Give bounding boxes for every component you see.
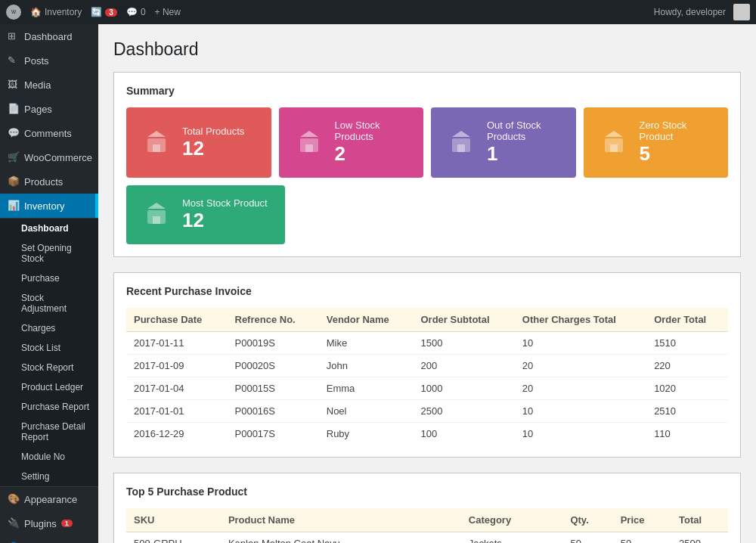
inventory-icon: 📊 xyxy=(8,200,20,212)
most-stock-value: 12 xyxy=(182,209,268,232)
table-row: 2017-01-01 P00016S Noel 2500 10 2510 xyxy=(126,400,728,423)
media-icon: 🖼 xyxy=(8,79,20,91)
sidebar-item-products[interactable]: 📦 Products xyxy=(0,169,98,194)
sidebar-subitem-set-opening-stock[interactable]: Set Opening Stock xyxy=(0,238,98,268)
sidebar-subitem-purchase[interactable]: Purchase xyxy=(0,268,98,288)
cell-ref: P00017S xyxy=(228,423,319,445)
cell-date: 2017-01-11 xyxy=(126,332,228,355)
sidebar-subitem-setting[interactable]: Setting xyxy=(0,467,98,486)
home-icon: 🏠 xyxy=(30,7,42,17)
svg-marker-12 xyxy=(605,131,623,137)
cell-total: 2500 xyxy=(671,532,728,543)
cell-charges: 20 xyxy=(515,377,646,400)
summary-title: Summary xyxy=(126,85,728,97)
zero-stock-label: Zero Stock Product xyxy=(640,119,714,142)
sidebar-item-inventory[interactable]: 📊 Inventory xyxy=(0,194,98,218)
sidebar-subitem-charges[interactable]: Charges xyxy=(0,318,98,338)
svg-rect-10 xyxy=(457,144,465,152)
top5-title: Top 5 Purchase Product xyxy=(126,486,728,498)
most-stock-icon xyxy=(141,200,172,230)
svg-marker-15 xyxy=(147,203,166,209)
sidebar-subitem-purchase-report[interactable]: Purchase Report xyxy=(0,397,98,417)
appearance-icon: 🎨 xyxy=(8,493,20,505)
new-item[interactable]: + New xyxy=(155,7,181,17)
wp-logo-item[interactable]: W xyxy=(6,5,21,20)
table-row: 509-GRPH Kaplan Melton Coat Navy Jackets… xyxy=(126,532,728,543)
sidebar-item-pages[interactable]: 📄 Pages xyxy=(0,97,98,121)
stat-card-most-stock[interactable]: Most Stock Product 12 xyxy=(126,185,285,244)
comments-item[interactable]: 💬 0 xyxy=(126,7,146,17)
cell-subtotal: 1000 xyxy=(414,377,515,400)
cell-ref: P00020S xyxy=(228,355,319,377)
updates-icon: 🔄 xyxy=(91,7,102,17)
top5-section: Top 5 Purchase Product SKU Product Name … xyxy=(113,473,741,543)
most-stock-label: Most Stock Product xyxy=(182,197,268,209)
plugins-badge: 1 xyxy=(61,520,73,527)
col-order-subtotal: Order Subtotal xyxy=(414,308,515,332)
sidebar-subitem-inv-dashboard[interactable]: Dashboard xyxy=(0,219,98,238)
cell-total: 1020 xyxy=(646,377,728,400)
zero-stock-value: 5 xyxy=(640,142,714,166)
col-price: Price xyxy=(613,508,671,532)
cell-subtotal: 100 xyxy=(414,423,515,445)
stat-card-zero-stock[interactable]: Zero Stock Product 5 xyxy=(584,107,729,178)
sidebar-subitem-stock-report[interactable]: Stock Report xyxy=(0,358,98,377)
stat-card-low-stock[interactable]: Low Stock Products 2 xyxy=(279,107,424,178)
summary-section: Summary Total Products 12 xyxy=(113,72,741,257)
sidebar-item-posts[interactable]: ✎ Posts xyxy=(0,48,98,73)
cell-total: 2510 xyxy=(646,400,728,423)
cell-charges: 10 xyxy=(515,400,646,423)
cell-date: 2016-12-29 xyxy=(126,423,228,445)
comments-icon: 💬 xyxy=(126,7,138,17)
top5-table: SKU Product Name Category Qty. Price Tot… xyxy=(126,508,728,543)
sidebar-item-dashboard[interactable]: ⊞ Dashboard xyxy=(0,24,98,48)
svg-marker-3 xyxy=(147,131,166,137)
cell-category: Jackets xyxy=(461,532,563,543)
main-content: Dashboard Summary Total Products 12 xyxy=(98,24,756,543)
cell-price: 50 xyxy=(613,532,671,543)
sidebar-subitem-product-ledger[interactable]: Product Ledger xyxy=(0,377,98,397)
updates-item[interactable]: 🔄 3 xyxy=(91,7,117,17)
top5-header-row: SKU Product Name Category Qty. Price Tot… xyxy=(126,508,728,532)
stat-card-total-products[interactable]: Total Products 12 xyxy=(126,107,271,178)
recent-purchase-table: Purchase Date Refrence No. Vendor Name O… xyxy=(126,308,728,445)
sidebar-subitem-module-no[interactable]: Module No xyxy=(0,447,98,467)
sidebar-item-woocommerce[interactable]: 🛒 WooCommerce xyxy=(0,145,98,169)
wp-logo-icon: W xyxy=(6,5,21,20)
sidebar-item-appearance[interactable]: 🎨 Appearance xyxy=(0,487,98,511)
pages-icon: 📄 xyxy=(8,103,20,115)
cell-charges: 20 xyxy=(515,355,646,377)
cell-vendor: Mike xyxy=(319,332,414,355)
col-order-total: Order Total xyxy=(646,308,728,332)
plugins-icon: 🔌 xyxy=(8,517,20,529)
sidebar-subitem-stock-list[interactable]: Stock List xyxy=(0,338,98,358)
posts-icon: ✎ xyxy=(8,54,20,67)
sidebar-item-users[interactable]: 👤 Users xyxy=(0,535,98,543)
cell-total: 110 xyxy=(646,423,728,445)
sidebar-item-comments[interactable]: 💬 Comments xyxy=(0,121,98,145)
dashboard-icon: ⊞ xyxy=(8,30,20,42)
cell-date: 2017-01-09 xyxy=(126,355,228,377)
sidebar-subitem-purchase-detail-report[interactable]: Purchase Detail Report xyxy=(0,417,98,447)
total-products-label: Total Products xyxy=(182,126,244,137)
sidebar-item-plugins[interactable]: 🔌 Plugins 1 xyxy=(0,511,98,535)
cell-vendor: Ruby xyxy=(319,423,414,445)
cell-qty: 50 xyxy=(562,532,612,543)
howdy-item: Howdy, developer xyxy=(654,4,750,20)
cell-ref: P00016S xyxy=(228,400,319,423)
total-products-icon xyxy=(141,128,172,158)
stat-card-out-of-stock[interactable]: Out of Stock Products 1 xyxy=(431,107,576,178)
recent-purchase-title: Recent Purchase Invoice xyxy=(126,285,728,297)
svg-marker-9 xyxy=(452,131,470,137)
site-name[interactable]: 🏠 Inventory xyxy=(30,7,82,17)
cell-subtotal: 2500 xyxy=(414,400,515,423)
sidebar: ⊞ Dashboard ✎ Posts 🖼 Media 📄 Pages 💬 Co… xyxy=(0,24,98,543)
sidebar-subitem-stock-adjustment[interactable]: Stock Adjustment xyxy=(0,288,98,318)
col-vendor-name: Vendor Name xyxy=(319,308,414,332)
sidebar-item-media[interactable]: 🖼 Media xyxy=(0,73,98,97)
stat-cards-row2: Most Stock Product 12 xyxy=(126,185,728,244)
page-title: Dashboard xyxy=(113,39,741,60)
svg-rect-16 xyxy=(153,216,160,224)
col-refrence-no: Refrence No. xyxy=(228,308,319,332)
cell-ref: P00015S xyxy=(228,377,319,400)
